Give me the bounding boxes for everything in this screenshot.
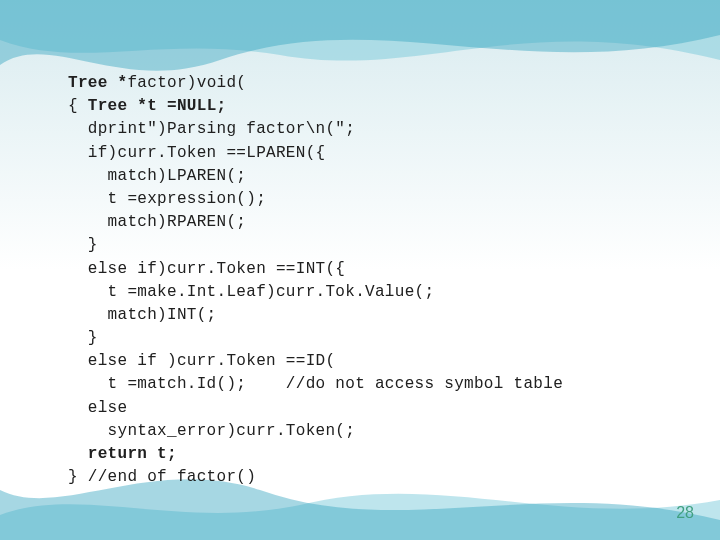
code-line: } //end of factor() bbox=[68, 466, 563, 489]
code-line: match)INT(; bbox=[68, 304, 563, 327]
code-line: else if)curr.Token ==INT({ bbox=[68, 258, 563, 281]
code-line: syntax_error)curr.Token(; bbox=[68, 420, 563, 443]
code-line: match)RPAREN(; bbox=[68, 211, 563, 234]
code-line: t =make.Int.Leaf)curr.Tok.Value(; bbox=[68, 281, 563, 304]
code-line: Tree *factor)void( bbox=[68, 72, 563, 95]
code-line: if)curr.Token ==LPAREN({ bbox=[68, 142, 563, 165]
code-line: t =expression(); bbox=[68, 188, 563, 211]
code-line: dprint")Parsing factor\n("; bbox=[68, 118, 563, 141]
code-line: } bbox=[68, 234, 563, 257]
code-line: match)LPAREN(; bbox=[68, 165, 563, 188]
code-line: } bbox=[68, 327, 563, 350]
code-line: else bbox=[68, 397, 563, 420]
page-number: 28 bbox=[676, 504, 694, 522]
code-block: Tree *factor)void( { Tree *t =NULL; dpri… bbox=[68, 72, 563, 489]
code-line: { Tree *t =NULL; bbox=[68, 95, 563, 118]
code-line: t =match.Id(); //do not access symbol ta… bbox=[68, 373, 563, 396]
code-line: return t; bbox=[68, 443, 563, 466]
code-line: else if )curr.Token ==ID( bbox=[68, 350, 563, 373]
